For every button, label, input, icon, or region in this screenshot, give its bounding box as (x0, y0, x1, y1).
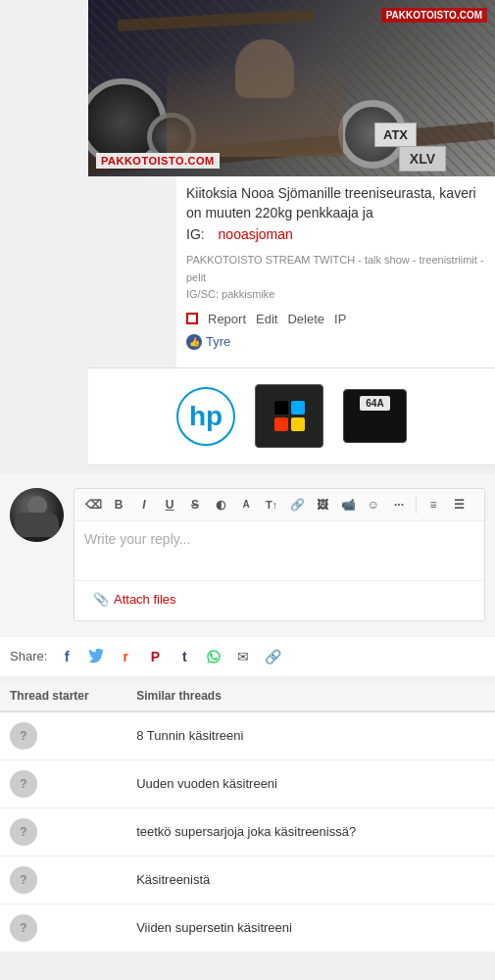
reaction-name: Tyre (206, 334, 230, 349)
thread-avatar-5: ? (10, 914, 37, 942)
brand-bottom-label: PAKKOTOISTO.COM (96, 153, 220, 169)
post-reaction: 👍 Tyre (176, 332, 495, 358)
thread-avatar-cell-3: ? (0, 808, 47, 856)
main-content: ATX XLV PAKKOTOISTO.COM PAKKOTOISTO.COM … (88, 0, 495, 466)
toolbar-strikethrough-btn[interactable]: S (184, 494, 206, 515)
toolbar-highlight-btn[interactable]: ◐ (210, 494, 231, 515)
toolbar-link-btn[interactable]: 🔗 (286, 494, 308, 515)
thread-title-3[interactable]: teetkö supersarjoja joka käsitreenissä? (126, 808, 495, 856)
post-content: Kiitoksia Nooa Sjömanille treeniseurasta… (176, 176, 495, 368)
attach-label: Attach files (114, 592, 176, 607)
ink-cartridge-2: 64A (343, 389, 407, 443)
share-link-btn[interactable]: 🔗 (263, 647, 282, 666)
share-reddit-btn[interactable]: r (116, 647, 135, 666)
reaction-thumb-icon: 👍 (186, 334, 202, 350)
toolbar-eraser-btn[interactable]: ⌫ (82, 494, 104, 515)
share-email-btn[interactable]: ✉ (233, 647, 253, 666)
thread-empty-cell-4 (47, 856, 126, 904)
action-delete-btn[interactable]: Delete (287, 312, 324, 326)
post-actions: Report Edit Delete IP (176, 306, 495, 332)
toolbar-more-btn[interactable]: ··· (388, 494, 410, 515)
toolbar-underline-btn[interactable]: U (159, 494, 180, 515)
thread-avatar-cell-2: ? (0, 760, 47, 808)
toolbar-bold-btn[interactable]: B (108, 494, 129, 515)
report-icon-wrap (186, 313, 198, 324)
table-row: ? Käsitreenistä (0, 856, 495, 904)
action-edit-btn[interactable]: Edit (256, 312, 277, 326)
share-twitter-btn[interactable] (86, 647, 106, 666)
table-row: ? Viiden supersetin käsitreeni (0, 904, 495, 952)
toolbar-separator (416, 496, 417, 514)
toolbar-italic-btn[interactable]: I (133, 494, 155, 515)
user-avatar (10, 488, 64, 542)
share-section: Share: f r P t ✉ 🔗 (0, 636, 495, 677)
share-pinterest-btn[interactable]: P (145, 647, 165, 666)
share-tumblr-btn[interactable]: t (174, 647, 194, 666)
table-row: ? 8 Tunnin käsitreeni (0, 711, 495, 760)
toolbar-emoji-btn[interactable]: ☺ (363, 494, 384, 515)
thread-title-4[interactable]: Käsitreenistä (126, 856, 495, 904)
ig-prefix: IG: (186, 226, 209, 242)
hp-logo: hp (176, 387, 235, 446)
reply-editor: ⌫ B I U S ◐ A T↑ 🔗 🖼 📹 ☺ ··· ≡ ☰ Write y… (74, 488, 485, 621)
share-label: Share: (10, 649, 47, 663)
thread-title-5[interactable]: Viiden supersetin käsitreeni (126, 904, 495, 952)
thread-empty-cell-5 (47, 904, 126, 952)
attach-files-btn[interactable]: 📎 Attach files (82, 586, 187, 612)
thread-title-1[interactable]: 8 Tunnin käsitreeni (126, 711, 495, 760)
editor-placeholder: Write your reply... (84, 531, 190, 547)
thread-title-2[interactable]: Uuden vuoden käsitreeni (126, 760, 495, 808)
thread-avatar-4: ? (10, 866, 37, 894)
action-ip-btn[interactable]: IP (334, 312, 346, 326)
thread-avatar-1: ? (10, 722, 37, 750)
thread-empty-cell-3 (47, 808, 126, 856)
toolbar-font-large-btn[interactable]: T↑ (261, 494, 282, 515)
post-title: Kiitoksia Nooa Sjömanille treeniseurasta… (176, 176, 495, 226)
toolbar-list-btn[interactable]: ☰ (448, 494, 470, 515)
toolbar-image-btn[interactable]: 🖼 (312, 494, 333, 515)
toolbar-font-small-btn[interactable]: A (235, 494, 257, 515)
ink-cartridge-1 (255, 384, 323, 448)
thread-empty-cell-2 (47, 760, 126, 808)
ig-link[interactable]: nooasjoman (209, 226, 303, 242)
atx-label: ATX (374, 122, 417, 147)
report-icon (186, 313, 198, 324)
editor-toolbar: ⌫ B I U S ◐ A T↑ 🔗 🖼 📹 ☺ ··· ≡ ☰ (74, 489, 484, 521)
thread-avatar-cell-1: ? (0, 711, 47, 760)
editor-body[interactable]: Write your reply... (74, 521, 484, 580)
thread-avatar-2: ? (10, 770, 37, 798)
reply-section: ⌫ B I U S ◐ A T↑ 🔗 🖼 📹 ☺ ··· ≡ ☰ Write y… (0, 473, 495, 636)
share-whatsapp-btn[interactable] (204, 647, 223, 666)
share-facebook-btn[interactable]: f (57, 647, 76, 666)
thread-empty-cell-1 (47, 711, 126, 760)
ad-banner: hp 64A (88, 368, 495, 466)
thread-avatar-cell-4: ? (0, 856, 47, 904)
toolbar-video-btn[interactable]: 📹 (337, 494, 359, 515)
table-row: ? teetkö supersarjoja joka käsitreenissä… (0, 808, 495, 856)
similar-threads-table: Thread starter Similar threads ? 8 Tunni… (0, 681, 495, 953)
left-sidebar (0, 0, 88, 466)
toolbar-align-btn[interactable]: ≡ (422, 494, 444, 515)
brand-top-label: PAKKOTOISTO.COM (381, 8, 487, 23)
paperclip-icon: 📎 (93, 592, 109, 607)
thread-avatar-3: ? (10, 818, 37, 846)
xlv-label: XLV (399, 146, 446, 172)
table-row: ? Uuden vuoden käsitreeni (0, 760, 495, 808)
thread-avatar-cell-5: ? (0, 904, 47, 952)
col-similar-threads: Similar threads (126, 681, 495, 711)
post-image: ATX XLV PAKKOTOISTO.COM PAKKOTOISTO.COM (88, 0, 495, 176)
post-meta: PAKKOTOISTO STREAM TWITCH - talk show - … (176, 246, 495, 306)
cartridge-label: 64A (360, 396, 389, 411)
col-thread-starter: Thread starter (0, 681, 126, 711)
action-report-btn[interactable]: Report (208, 312, 246, 326)
